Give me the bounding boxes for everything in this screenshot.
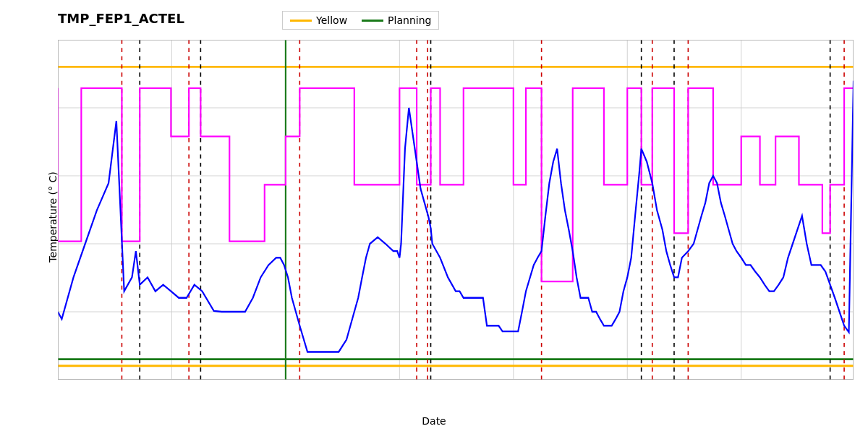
x-axis-label: Date <box>422 415 446 427</box>
legend-yellow: Yellow <box>290 14 347 26</box>
yellow-legend-label: Yellow <box>316 14 347 26</box>
legend: Yellow Planning <box>282 11 439 30</box>
yellow-legend-line <box>290 20 312 22</box>
chart-title: TMP_FEP1_ACTEL <box>58 11 184 26</box>
svg-rect-0 <box>58 40 854 380</box>
y-axis-left-label: Temperature (° C) <box>47 171 59 262</box>
legend-planning: Planning <box>362 14 431 26</box>
chart-svg: 0 10 20 30 40 180 160 140 120 100 80 60 … <box>58 40 854 380</box>
planning-legend-line <box>362 20 383 22</box>
planning-legend-label: Planning <box>388 14 431 26</box>
chart-container: TMP_FEP1_ACTEL Yellow Planning Temperatu… <box>0 0 868 434</box>
